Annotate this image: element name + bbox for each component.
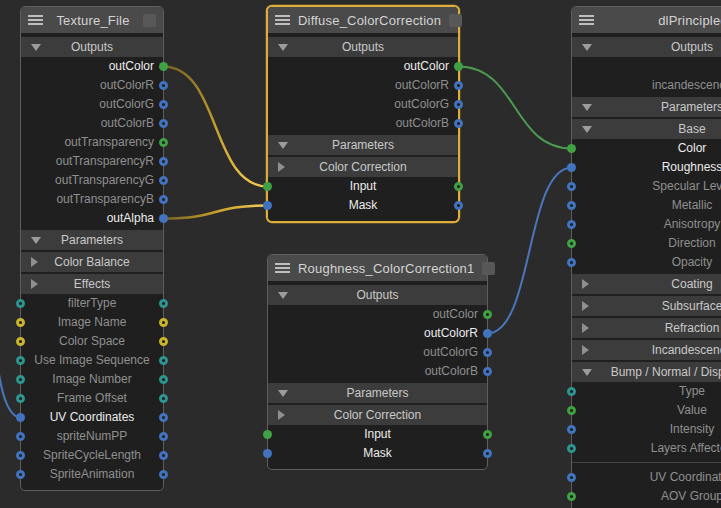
socket-image-number-right[interactable] — [159, 375, 168, 384]
socket-mask-right[interactable] — [454, 201, 463, 210]
socket-spritecyclelength-right[interactable] — [159, 451, 168, 460]
section-subsurface[interactable]: Subsurface — [572, 296, 721, 316]
socket-spriteanimation-left[interactable] — [16, 470, 25, 479]
wire-texture-outalpha-to-diffuse-mask[interactable] — [163, 206, 268, 219]
wire-texture-outcolor-to-diffuse-input[interactable] — [163, 67, 268, 187]
socket-specular-level-left[interactable] — [567, 182, 576, 191]
section-refraction[interactable]: Refraction — [572, 318, 721, 338]
socket-outcolorr-right[interactable] — [159, 81, 168, 90]
socket-outtransparency-right[interactable] — [159, 138, 168, 147]
socket-aov-group-left[interactable] — [567, 492, 576, 501]
socket-outcolor-right[interactable] — [159, 62, 168, 71]
socket-opacity-left[interactable] — [567, 258, 576, 267]
attribute-label: Metallic — [572, 196, 721, 215]
socket-input-left[interactable] — [263, 182, 272, 191]
wire-roughness-outcolorr-to-principled-roughness[interactable] — [487, 168, 572, 334]
socket-uv-coordinates-left[interactable] — [567, 473, 576, 482]
socket-color-left[interactable] — [567, 144, 576, 153]
socket-anisotropy-left[interactable] — [567, 220, 576, 229]
section-color-balance[interactable]: Color Balance — [21, 252, 163, 272]
node-roughness-colorcorrection1[interactable]: Roughness_ColorCorrection1OutputsoutColo… — [267, 254, 488, 470]
preview-swatch[interactable] — [449, 14, 462, 27]
socket-spriteanimation-right[interactable] — [159, 470, 168, 479]
socket-input-right[interactable] — [483, 430, 492, 439]
socket-outcolor-right[interactable] — [483, 310, 492, 319]
socket-outcolorr-right[interactable] — [483, 329, 492, 338]
section-outputs[interactable]: Outputs — [572, 37, 721, 57]
socket-input-left[interactable] — [263, 430, 272, 439]
socket-metallic-left[interactable] — [567, 201, 576, 210]
socket-color-space-left[interactable] — [16, 337, 25, 346]
socket-outalpha-right[interactable] — [159, 214, 168, 223]
socket-outtransparencyr-right[interactable] — [159, 157, 168, 166]
socket-uv-coordinates-left[interactable] — [16, 413, 25, 422]
socket-outcolor-right[interactable] — [454, 62, 463, 71]
preview-swatch[interactable] — [482, 262, 495, 275]
node-header[interactable]: dlPrincipled — [572, 7, 721, 33]
socket-outcolorg-right[interactable] — [483, 348, 492, 357]
section-parameters[interactable]: Parameters — [21, 230, 163, 250]
socket-direction-left[interactable] — [567, 239, 576, 248]
node-header[interactable]: Roughness_ColorCorrection1 — [268, 255, 487, 281]
socket-type-left[interactable] — [567, 387, 576, 396]
node-editor-canvas[interactable]: Texture_FileOutputsoutColoroutColorRoutC… — [0, 0, 721, 508]
section-parameters[interactable]: Parameters — [268, 383, 487, 403]
socket-input-right[interactable] — [454, 182, 463, 191]
socket-outtransparencyg-right[interactable] — [159, 176, 168, 185]
node-diffuse-colorcorrection[interactable]: Diffuse_ColorCorrectionOutputsoutColorou… — [267, 6, 459, 222]
hamburger-icon[interactable] — [275, 263, 290, 273]
socket-filtertype-right[interactable] — [159, 299, 168, 308]
preview-swatch[interactable] — [143, 14, 156, 27]
node-texture-file[interactable]: Texture_FileOutputsoutColoroutColorRoutC… — [20, 6, 164, 491]
section-parameters[interactable]: Parameters — [268, 135, 458, 155]
socket-outcolorb-right[interactable] — [483, 367, 492, 376]
socket-spritenumpp-left[interactable] — [16, 432, 25, 441]
socket-spritecyclelength-left[interactable] — [16, 451, 25, 460]
socket-outcolorb-right[interactable] — [454, 119, 463, 128]
socket-image-name-right[interactable] — [159, 318, 168, 327]
socket-color-space-right[interactable] — [159, 337, 168, 346]
node-header[interactable]: Diffuse_ColorCorrection — [268, 7, 458, 33]
socket-mask-left[interactable] — [263, 449, 272, 458]
socket-filtertype-left[interactable] — [16, 299, 25, 308]
hamburger-icon[interactable] — [579, 15, 594, 25]
socket-outcolorr-right[interactable] — [454, 81, 463, 90]
socket-image-number-left[interactable] — [16, 375, 25, 384]
section-color-correction[interactable]: Color Correction — [268, 405, 487, 425]
socket-outtransparencyb-right[interactable] — [159, 195, 168, 204]
socket-use-image-sequence-left[interactable] — [16, 356, 25, 365]
wire-diffuse-outcolor-to-principled-color[interactable] — [458, 67, 572, 149]
socket-outcolorg-right[interactable] — [159, 100, 168, 109]
socket-image-name-left[interactable] — [16, 318, 25, 327]
node-dlprincipled[interactable]: dlPrincipledOutputsincandescenceParamete… — [571, 6, 721, 508]
section-parameters[interactable]: Parameters — [572, 97, 721, 117]
socket-spritenumpp-right[interactable] — [159, 432, 168, 441]
socket-roughness-left[interactable] — [567, 163, 576, 172]
socket-intensity-left[interactable] — [567, 425, 576, 434]
socket-use-image-sequence-right[interactable] — [159, 356, 168, 365]
attribute-label: Input — [268, 425, 487, 444]
socket-frame-offset-left[interactable] — [16, 394, 25, 403]
attribute-label: UV Coordinates — [572, 468, 721, 487]
node-header[interactable]: Texture_File — [21, 7, 163, 33]
section-outputs[interactable]: Outputs — [268, 37, 458, 57]
socket-value-left[interactable] — [567, 406, 576, 415]
socket-outcolorb-right[interactable] — [159, 119, 168, 128]
section-color-correction[interactable]: Color Correction — [268, 157, 458, 177]
section-base[interactable]: Base — [572, 119, 721, 139]
socket-mask-right[interactable] — [483, 449, 492, 458]
hamburger-icon[interactable] — [28, 15, 43, 25]
socket-frame-offset-right[interactable] — [159, 394, 168, 403]
socket-mask-left[interactable] — [263, 201, 272, 210]
section-outputs[interactable]: Outputs — [21, 37, 163, 57]
section-coating[interactable]: Coating — [572, 274, 721, 294]
section-incandescence[interactable]: Incandescence — [572, 340, 721, 360]
section-outputs[interactable]: Outputs — [268, 285, 487, 305]
section-effects[interactable]: Effects — [21, 274, 163, 294]
socket-layers-affected-left[interactable] — [567, 444, 576, 453]
socket-outcolorg-right[interactable] — [454, 100, 463, 109]
hamburger-icon[interactable] — [275, 15, 290, 25]
socket-uv-coordinates-right[interactable] — [159, 413, 168, 422]
section-bump-normal-displacement[interactable]: Bump / Normal / Displacement — [572, 362, 721, 382]
row-outalpha: outAlpha — [21, 209, 163, 228]
